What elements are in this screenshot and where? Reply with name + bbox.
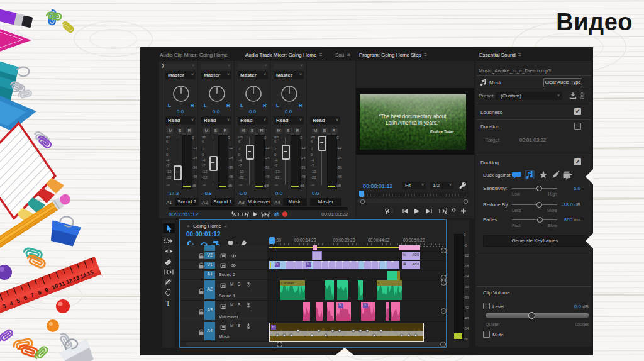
svg-text:fx: fx xyxy=(272,325,275,329)
svg-text:T: T xyxy=(166,299,171,308)
svg-text:Explore Today: Explore Today xyxy=(430,130,455,133)
svg-text:Constan: Constan xyxy=(281,281,294,285)
svg-text:“The best documentary about: “The best documentary about xyxy=(379,114,447,119)
svg-text:Latin America in years.”: Latin America in years.” xyxy=(386,120,440,126)
svg-text:C: C xyxy=(378,281,380,285)
